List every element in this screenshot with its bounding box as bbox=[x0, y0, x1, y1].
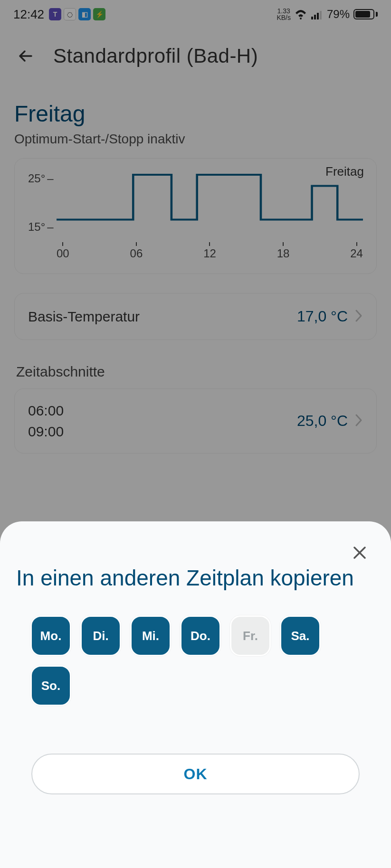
ok-button[interactable]: OK bbox=[31, 754, 360, 794]
close-icon bbox=[352, 545, 368, 561]
day-selector-grid: Mo.Di.Mi.Do.Fr.Sa.So. bbox=[16, 615, 375, 706]
sheet-title: In einen anderen Zeitplan kopieren bbox=[16, 563, 375, 593]
day-chip-mo[interactable]: Mo. bbox=[30, 615, 71, 656]
day-chip-di[interactable]: Di. bbox=[80, 615, 121, 656]
close-button[interactable] bbox=[349, 542, 370, 563]
day-chip-sa[interactable]: Sa. bbox=[280, 615, 321, 656]
day-chip-mi[interactable]: Mi. bbox=[130, 615, 171, 656]
day-chip-do[interactable]: Do. bbox=[180, 615, 221, 656]
day-chip-fr: Fr. bbox=[230, 615, 271, 656]
copy-schedule-sheet: In einen anderen Zeitplan kopieren Mo.Di… bbox=[0, 521, 391, 868]
day-chip-so[interactable]: So. bbox=[30, 665, 71, 706]
